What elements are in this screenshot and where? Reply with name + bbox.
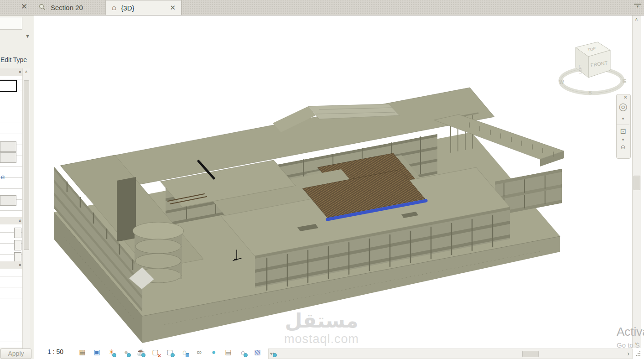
scrollbar-thumb[interactable] (522, 351, 539, 357)
revit-window: مستقل mostaql.com (0, 0, 644, 359)
temporary-hide-isolate-icon[interactable]: ∞ (193, 347, 205, 358)
group-header[interactable]: » (0, 217, 22, 224)
search-type-input[interactable] (0, 80, 17, 92)
properties-rows: » e » » » (0, 68, 22, 348)
group-header[interactable]: » (0, 68, 22, 76)
home-icon: ⌂ (112, 4, 116, 11)
scrollbar-thumb[interactable] (24, 80, 29, 250)
compass-east-label[interactable]: E (623, 78, 626, 84)
resize-grip[interactable] (635, 350, 641, 357)
unlock-3d-view-icon[interactable]: ⌂ (179, 347, 190, 358)
steering-wheel-icon[interactable]: ◎ (617, 101, 629, 113)
scrollbar-thumb[interactable] (634, 176, 640, 190)
zoom-region-icon[interactable]: ⊡ (617, 125, 629, 135)
property-checkbox[interactable] (14, 228, 21, 238)
scroll-up-icon[interactable]: ∧ (633, 16, 640, 21)
close-icon[interactable]: ✕ (170, 4, 176, 12)
crop-view-icon[interactable]: ▢× (150, 347, 161, 358)
close-icon[interactable]: ✕ (21, 2, 27, 11)
apply-button[interactable]: Apply (0, 349, 31, 359)
close-icon[interactable]: ✕ (617, 94, 629, 100)
reveal-constraints-icon[interactable]: ↔ (266, 347, 278, 358)
sun-path-icon[interactable]: ☀ (106, 347, 117, 358)
property-value-button[interactable] (0, 141, 16, 152)
scroll-up-icon[interactable]: ∧ (23, 69, 30, 74)
edit-type-button[interactable]: Edit Type (0, 56, 27, 63)
tab-3d[interactable]: ⌂ {3D} ✕ (106, 0, 182, 15)
double-chevron-down-icon[interactable]: ▼ (634, 4, 641, 9)
tab-section-20[interactable]: Section 20 (34, 0, 106, 15)
group-header[interactable]: » (0, 261, 22, 269)
view-tab-bar: ✕ Section 20 ⌂ {3D} ✕ ▼ (0, 0, 644, 16)
view-control-icons: ▦▣☀●☕▢×▢⌂∞●▤⌂▧↔ (77, 347, 278, 358)
vertical-scrollbar[interactable]: ∧ ∨ (632, 15, 641, 348)
temporary-view-properties-icon[interactable]: ▤ (223, 347, 234, 358)
view-control-bar: 1 : 50 ▦▣☀●☕▢×▢⌂∞●▤⌂▧↔ (34, 347, 268, 358)
scale-button[interactable]: 1 : 50 (47, 348, 63, 355)
chevron-down-icon[interactable]: ▼ (25, 33, 30, 39)
analytical-model-icon[interactable]: ⌂ (237, 347, 249, 358)
spiral-ramp-tower (129, 222, 184, 289)
compass-south-label[interactable]: S (588, 90, 592, 95)
rendering-dialog-icon[interactable]: ☕ (135, 347, 146, 358)
detail-level-icon[interactable]: ▦ (77, 347, 88, 358)
properties-palette: ▼ Edit Type » e » » » ∧ ∨ Apply (0, 15, 34, 359)
collapse-icon[interactable]: ⊖ (617, 144, 629, 151)
property-checkbox[interactable] (14, 240, 21, 250)
edit-link-partial[interactable]: e (1, 173, 5, 181)
property-value-button[interactable] (0, 152, 16, 163)
scroll-right-icon[interactable]: › (627, 349, 629, 358)
tab-label: {3D} (121, 4, 134, 12)
show-crop-region-icon[interactable]: ▢ (164, 347, 176, 358)
model-canvas-3d-view[interactable] (0, 0, 644, 359)
navigation-bar: ✕◎▾⊡▾⊖ (616, 94, 631, 159)
property-value-button[interactable] (0, 195, 16, 206)
shadows-icon[interactable]: ● (120, 347, 132, 358)
visual-style-icon[interactable]: ▣ (91, 347, 103, 358)
tab-label: Section 20 (51, 4, 83, 11)
panel-scrollbar[interactable]: ∧ ∨ (22, 68, 30, 359)
chevron-down-icon[interactable]: ▾ (617, 137, 629, 142)
building-model[interactable] (54, 88, 564, 343)
type-selector[interactable] (0, 17, 22, 30)
viewcube-left-label: LEFT (578, 65, 582, 74)
reveal-hidden-elements-icon[interactable]: ● (208, 347, 219, 358)
scroll-down-icon[interactable]: ∨ (633, 341, 640, 346)
section-marker-icon (39, 4, 46, 11)
viewcube[interactable]: TOP FRONT LEFT W S E (557, 37, 630, 97)
horizontal-scrollbar[interactable]: ‹ › (268, 349, 633, 359)
compass-west-label[interactable]: W (559, 79, 564, 85)
chevron-down-icon[interactable]: ▾ (617, 116, 629, 121)
displacement-sets-icon[interactable]: ▧ (252, 347, 263, 358)
